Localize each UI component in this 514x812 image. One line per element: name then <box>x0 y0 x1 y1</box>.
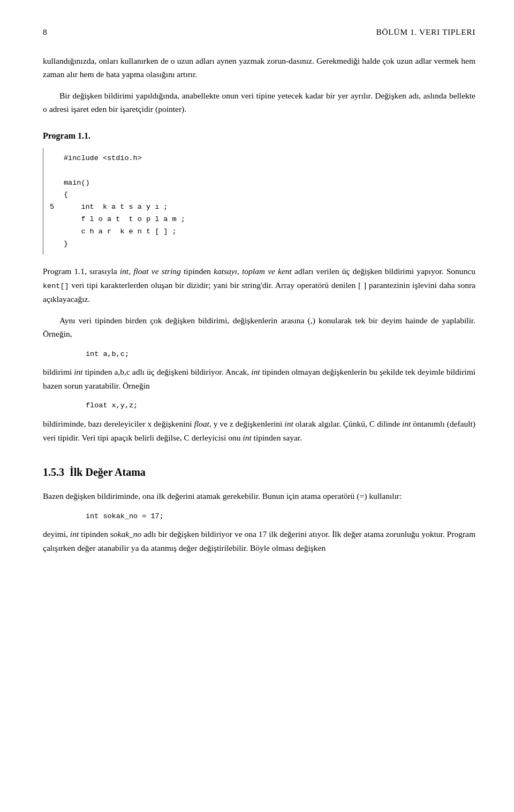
code-line-brace-open: { <box>64 189 185 201</box>
italic-int-10: int <box>70 529 79 538</box>
code-line-blank <box>64 165 185 177</box>
italic-okak-no: okak_no <box>114 529 142 538</box>
code-line-include: #include <stdio.h> <box>64 153 185 165</box>
line-numbers: 1 2 3 4 5 6 7 8 <box>43 153 58 251</box>
paragraph-5: bildirimi int tipinden a,b,c adlı üç değ… <box>43 365 475 392</box>
page-number: 8 <box>43 26 47 39</box>
code-example-int-abc: int a,b,c; <box>43 348 475 360</box>
paragraph-3: Program 1.1, sırasıyla int, float ve str… <box>43 264 475 306</box>
paragraph-6: bildiriminde, bazı dereleyiciler x değiş… <box>43 417 475 444</box>
italic-katsayi-toplam-kent: katsayı, toplam ve kent <box>214 267 292 276</box>
italic-int-7: int <box>284 419 293 428</box>
section-number: 1.5.3 <box>43 466 64 478</box>
code-line-int: int k a t s a y ı ; <box>64 201 185 214</box>
paragraph-4: Aynı veri tipinden birden çok değişken b… <box>43 314 475 341</box>
section-heading-153: 1.5.3 İlk Değer Atama <box>43 464 475 481</box>
italic-float-6: float <box>194 419 209 428</box>
italic-int-5: int <box>74 367 82 376</box>
section-title: İlk Değer Atama <box>70 466 146 478</box>
code-example-float-xyz: float x,y,z; <box>43 400 475 412</box>
italic-int-6: int <box>251 367 260 376</box>
paragraph-1: kullandığınızda, onları kullanırken de o… <box>43 54 475 81</box>
italic-int-float-string: int, float ve string <box>120 267 181 276</box>
page-header: 8 BÖLÜM 1. VERI TIPLERI <box>43 26 475 39</box>
code-line-brace-close: } <box>64 238 185 251</box>
paragraph-2: Bir değişken bildirimi yapıldığında, ana… <box>43 89 475 116</box>
inline-code-kent: kent[] <box>43 282 69 290</box>
paragraph-8: deyimi, int tipinden sokak_no adlı bir d… <box>43 527 475 555</box>
code-line-main: main() <box>64 177 185 189</box>
code-line-float: f l o a t t o p l a m ; <box>64 214 185 226</box>
paragraph-7: Bazen değişken bildiriminde, ona ilk değ… <box>43 489 475 503</box>
code-line-char: c h a r k e n t [ ] ; <box>64 226 185 238</box>
italic-int-9: int <box>243 433 251 442</box>
chapter-title: BÖLÜM 1. VERI TIPLERI <box>376 26 475 39</box>
code-example-sokak-no: int sokak_no = 17; <box>43 511 475 522</box>
code-block-1: 1 2 3 4 5 6 7 8 #include <stdio.h> main(… <box>43 148 475 255</box>
program-label: Program 1.1. <box>43 129 475 143</box>
code-content-1: #include <stdio.h> main() { int k a t s … <box>58 153 185 251</box>
italic-int-8: int <box>402 419 411 428</box>
